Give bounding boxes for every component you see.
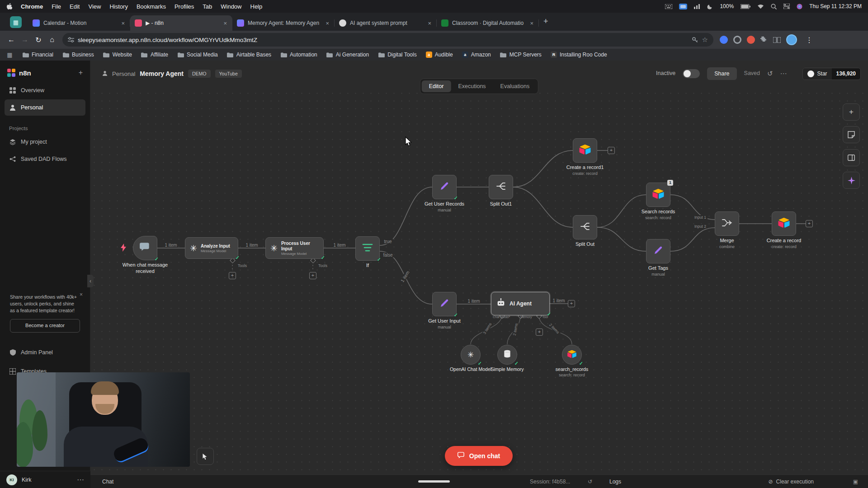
user-menu-icon[interactable]: ⋯	[77, 475, 84, 484]
reload-button[interactable]: ↻	[32, 33, 45, 47]
add-node-endpoint[interactable]: +	[229, 272, 236, 279]
node-split-out1[interactable]: Split Out1	[489, 175, 513, 199]
tab-close-icon[interactable]: ×	[222, 20, 228, 27]
bookmark-affiliate[interactable]: Affiliate	[141, 52, 168, 58]
bookmark-airtable-bases[interactable]: Airtable Bases	[227, 52, 271, 58]
bookmark-audible[interactable]: aAudible	[426, 52, 453, 58]
chrome-menu-button[interactable]: ⋮	[802, 33, 816, 47]
node-if[interactable]: ✓ If	[355, 236, 380, 261]
add-workflow-button[interactable]: +	[79, 69, 83, 77]
promo-close-icon[interactable]: ×	[80, 291, 83, 299]
zoom-add-button[interactable]: +	[843, 103, 860, 121]
node-merge[interactable]: Mergecombine	[715, 211, 739, 236]
bookmark-amazon[interactable]: aAmazon	[462, 52, 491, 58]
node-create-a-record1[interactable]: Create a record1create: record	[573, 138, 597, 163]
tab-editor[interactable]: Editor	[422, 80, 451, 92]
profile-avatar[interactable]	[786, 34, 797, 45]
sidebar-user-row[interactable]: KI Kirk ⋯	[0, 471, 90, 488]
tab-ai-agent-prompt[interactable]: AI agent system prompt ×	[335, 15, 437, 31]
extensions-puzzle-icon[interactable]	[760, 36, 768, 43]
add-node-endpoint[interactable]: +	[536, 328, 543, 336]
forward-button[interactable]: →	[18, 33, 32, 47]
bookmark-automation[interactable]: Automation	[280, 52, 317, 58]
apple-logo-icon[interactable]	[6, 3, 12, 10]
bookmark-business[interactable]: Business	[62, 52, 94, 58]
panel-drag-handle[interactable]	[418, 480, 450, 483]
node-process-user-input[interactable]: ✳ Process User InputMessage Model ✓	[265, 237, 324, 259]
battery-icon[interactable]	[741, 4, 750, 9]
menubar-item-window[interactable]: Window	[221, 3, 241, 10]
sidebar-collapse-handle[interactable]: ‹	[87, 275, 94, 287]
ai-assistant-sparkle-button[interactable]	[843, 172, 860, 189]
split-view-icon[interactable]	[773, 37, 781, 43]
tab-close-icon[interactable]: ×	[325, 20, 330, 27]
menubar-item-tab[interactable]: Tab	[203, 3, 212, 10]
node-get-user-input[interactable]: ✓ Get User Inputmanual	[432, 292, 457, 316]
open-chat-button[interactable]: Open chat	[445, 446, 513, 466]
wifi-icon[interactable]	[757, 4, 764, 9]
site-settings-icon[interactable]	[68, 37, 74, 42]
clear-execution-button[interactable]: Clear execution	[776, 479, 814, 485]
menubar-item-profiles[interactable]: Profiles	[175, 3, 194, 10]
tab-classroom[interactable]: Classroom · Digital Automatio ×	[437, 15, 539, 31]
bookmark-financial[interactable]: Financial	[22, 52, 53, 58]
workflow-title[interactable]: Memory Agent	[140, 70, 184, 77]
workflow-menu-icon[interactable]: ⋯	[780, 70, 787, 78]
chat-panel-label[interactable]: Chat	[102, 479, 113, 485]
session-refresh-icon[interactable]: ↺	[588, 479, 592, 485]
menubar-item-help[interactable]: Help	[250, 3, 263, 10]
bookmark-social-media[interactable]: Social Media	[177, 52, 218, 58]
tab-memory-agent[interactable]: Memory Agent: Memory Agen ×	[232, 15, 335, 31]
workspace-icon[interactable]: ▦	[10, 16, 22, 28]
menubar-item-file[interactable]: File	[52, 3, 61, 10]
node-create-a-record[interactable]: Create a recordcreate: record	[772, 211, 796, 236]
stats-icon[interactable]	[694, 4, 700, 9]
siri-icon[interactable]	[797, 4, 802, 9]
add-node-endpoint[interactable]: +	[608, 147, 615, 154]
menubar-item-bookmarks[interactable]: Bookmarks	[137, 3, 166, 10]
bookmark-star-icon[interactable]: ☆	[702, 36, 708, 44]
tab-n8n-active[interactable]: ▶ - n8n ×	[130, 15, 232, 31]
new-tab-button[interactable]: +	[543, 17, 548, 26]
node-split-out[interactable]: Split Out	[573, 215, 597, 239]
sidebar-item-personal[interactable]: Personal	[5, 99, 85, 116]
node-analyze-input[interactable]: ✳ Analyze InputMessage Model ✓	[185, 237, 238, 259]
control-center-icon[interactable]	[783, 4, 790, 9]
extension-red-icon[interactable]	[747, 36, 755, 44]
panel-layout-button[interactable]	[843, 149, 860, 166]
share-button[interactable]: Share	[707, 67, 736, 80]
logs-label[interactable]: Logs	[609, 479, 621, 485]
node-get-user-records[interactable]: ✓ Get User Recordsmanual	[432, 175, 457, 199]
sidebar-item-admin-panel[interactable]: Admin Panel	[5, 344, 85, 361]
do-not-disturb-icon[interactable]	[707, 4, 713, 9]
address-bar[interactable]: sleepyseamonster.app.n8n.cloud/workflow/…	[62, 33, 713, 47]
bookmark-ai-generation[interactable]: Ai Generation	[326, 52, 369, 58]
spotlight-search-icon[interactable]	[771, 4, 777, 9]
password-key-icon[interactable]	[692, 37, 698, 43]
active-toggle[interactable]	[683, 69, 700, 78]
tab-close-icon[interactable]: ×	[427, 20, 432, 27]
menubar-item-history[interactable]: History	[109, 3, 127, 10]
node-search-records-tool[interactable]: ✓ search_recordssearch: record	[562, 345, 582, 365]
tab-evaluations[interactable]: Evaluations	[493, 80, 537, 92]
add-node-endpoint[interactable]: +	[568, 300, 575, 307]
bookmark-mcp-servers[interactable]: MCP Servers	[500, 52, 542, 58]
node-get-tags[interactable]: Get Tagsmanual	[646, 239, 670, 263]
url-text[interactable]: sleepyseamonster.app.n8n.cloud/workflow/…	[78, 37, 688, 43]
become-creator-button[interactable]: Become a creator	[10, 319, 80, 333]
node-search-records[interactable]: 1 Search recordssearch: record	[646, 183, 670, 207]
sticky-note-button[interactable]	[843, 126, 860, 143]
home-button[interactable]: ⌂	[45, 33, 59, 47]
tag-youtube[interactable]: YouTube	[215, 70, 242, 78]
tab-calendar-motion[interactable]: Calendar - Motion ×	[28, 15, 130, 31]
screen-mirroring-icon[interactable]	[679, 4, 687, 9]
history-icon[interactable]: ↺	[767, 70, 773, 78]
bookmark-roo-code[interactable]: RInstalling Roo Code	[551, 52, 607, 58]
bookmark-website[interactable]: Website	[103, 52, 132, 58]
sidebar-item-saved-dad-flows[interactable]: Saved DAD Flows	[5, 151, 85, 167]
bookmark-digital-tools[interactable]: Digital Tools	[378, 52, 416, 58]
node-when-chat-message-received[interactable]: ✓ When chat message received	[133, 236, 157, 260]
extension-blue-icon[interactable]	[720, 36, 728, 44]
menubar-clock[interactable]: Thu Sep 11 12:32 PM	[809, 3, 862, 9]
pointer-tool-button[interactable]	[197, 448, 214, 465]
